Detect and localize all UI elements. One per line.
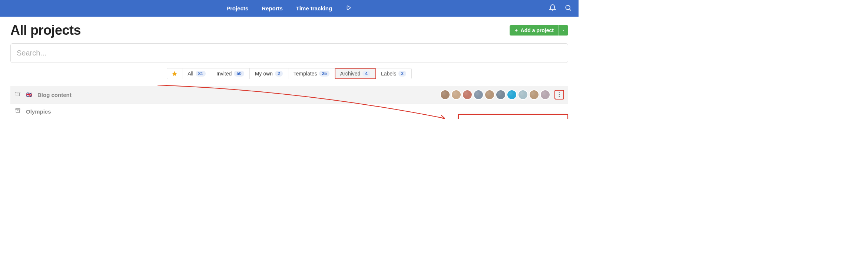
filter-tabs: All 81 Invited 50 My own 2 Templates 25 …	[10, 68, 568, 79]
svg-rect-4	[16, 92, 20, 93]
avatar[interactable]	[484, 90, 495, 100]
kebab-menu-button[interactable]	[555, 90, 564, 99]
top-nav: Projects Reports Time tracking	[226, 4, 352, 13]
project-row-blog-content[interactable]: 🇬🇧 Blog content	[10, 86, 568, 104]
add-project-group: Add a project	[510, 25, 568, 36]
archive-icon	[15, 91, 21, 98]
search-input[interactable]	[17, 49, 562, 57]
avatar[interactable]	[540, 90, 550, 100]
filter-my-own-count: 2	[275, 71, 283, 77]
play-icon[interactable]	[345, 4, 352, 13]
avatar[interactable]	[462, 90, 473, 100]
archive-icon	[15, 108, 21, 115]
filter-all[interactable]: All 81	[182, 68, 211, 79]
top-bar: Projects Reports Time tracking	[0, 0, 579, 17]
filter-archived-label: Archived	[340, 71, 360, 77]
avatar[interactable]	[507, 90, 517, 100]
filter-templates-count: 25	[319, 71, 329, 77]
filter-all-count: 81	[196, 71, 206, 77]
filter-templates-label: Templates	[294, 71, 317, 77]
svg-point-8	[559, 96, 560, 97]
restore-menu-item[interactable]: Restore	[459, 115, 567, 119]
add-project-label: Add a project	[521, 27, 554, 33]
page-title: All projects	[10, 23, 81, 38]
add-project-dropdown-button[interactable]	[558, 25, 568, 36]
filter-my-own[interactable]: My own 2	[250, 68, 288, 79]
filter-invited-label: Invited	[216, 71, 232, 77]
nav-projects[interactable]: Projects	[226, 5, 248, 11]
top-right-icons	[549, 4, 572, 13]
filter-labels-label: Labels	[381, 71, 396, 77]
add-project-button[interactable]: Add a project	[510, 25, 558, 36]
avatar[interactable]	[451, 90, 461, 100]
header-row: All projects Add a project	[10, 23, 568, 38]
dots-vertical-icon	[559, 92, 560, 97]
svg-point-6	[559, 92, 560, 93]
filter-labels[interactable]: Labels 2	[376, 68, 411, 79]
filter-favorites[interactable]	[167, 68, 182, 79]
bell-icon[interactable]	[549, 4, 556, 13]
project-avatars	[439, 90, 550, 100]
svg-point-0	[566, 5, 570, 10]
filter-all-label: All	[188, 71, 193, 77]
filter-templates[interactable]: Templates 25	[288, 68, 335, 79]
main-content: All projects Add a project All 81 Invite…	[0, 17, 579, 119]
filter-archived-count: 4	[362, 71, 370, 77]
filter-labels-count: 2	[398, 71, 406, 77]
nav-reports[interactable]: Reports	[262, 5, 283, 11]
project-flag: 🇬🇧	[26, 92, 32, 98]
nav-time-tracking[interactable]: Time tracking	[296, 5, 332, 11]
avatar[interactable]	[496, 90, 506, 100]
star-icon	[172, 71, 178, 77]
filter-my-own-label: My own	[255, 71, 273, 77]
filter-archived[interactable]: Archived 4	[335, 68, 376, 79]
filter-invited-count: 50	[234, 71, 244, 77]
filter-invited[interactable]: Invited 50	[211, 68, 250, 79]
project-name: Olympics	[26, 108, 51, 115]
project-name: Blog content	[37, 92, 72, 98]
avatar[interactable]	[518, 90, 528, 100]
svg-line-1	[569, 9, 571, 10]
search-icon[interactable]	[564, 4, 572, 13]
svg-rect-9	[16, 109, 20, 110]
avatar[interactable]	[473, 90, 484, 100]
avatar[interactable]	[440, 90, 450, 100]
avatar[interactable]	[529, 90, 539, 100]
svg-point-7	[559, 94, 560, 95]
context-menu: Restore	[458, 114, 568, 119]
search-box[interactable]	[10, 43, 568, 63]
